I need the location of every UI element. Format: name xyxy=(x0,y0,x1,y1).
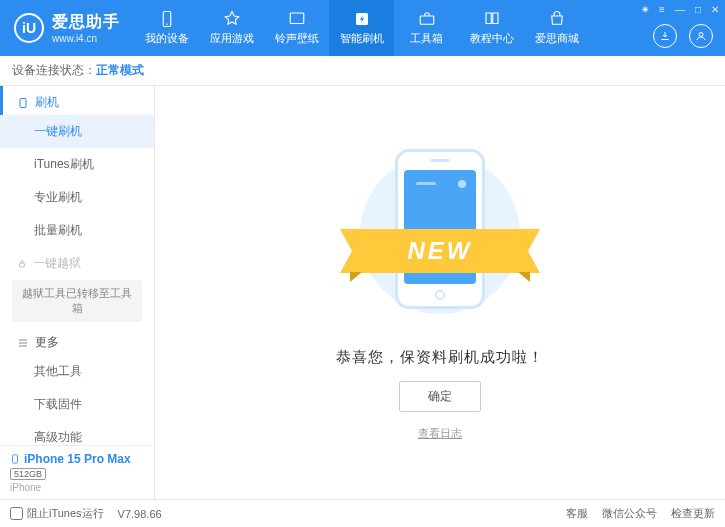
status-mode: 正常模式 xyxy=(96,62,144,79)
nav-store[interactable]: 爱思商城 xyxy=(524,0,589,56)
toolbox-icon xyxy=(418,10,436,28)
success-message: 恭喜您，保资料刷机成功啦！ xyxy=(336,348,544,367)
main-nav: 我的设备 应用游戏 铃声壁纸 智能刷机 工具箱 教程中心 爱思商城 xyxy=(134,0,589,56)
nav-ringtone[interactable]: 铃声壁纸 xyxy=(264,0,329,56)
skin-icon[interactable]: ✷ xyxy=(641,4,649,15)
sidebar-group-label: 一键越狱 xyxy=(33,255,81,272)
svg-rect-8 xyxy=(13,455,18,463)
app-icon xyxy=(223,10,241,28)
store-icon xyxy=(548,10,566,28)
download-icon[interactable] xyxy=(653,24,677,48)
book-icon xyxy=(483,10,501,28)
sidebar: 刷机 一键刷机 iTunes刷机 专业刷机 批量刷机 一键越狱 越狱工具已转移至… xyxy=(0,86,155,499)
sidebar-group-jailbreak[interactable]: 一键越狱 xyxy=(0,247,154,276)
new-ribbon: NEW xyxy=(340,229,540,273)
svg-rect-6 xyxy=(20,98,26,107)
status-bar: 设备连接状态： 正常模式 xyxy=(0,56,725,86)
nav-apps[interactable]: 应用游戏 xyxy=(199,0,264,56)
svg-point-1 xyxy=(166,24,168,26)
svg-point-5 xyxy=(699,33,703,37)
footer-update[interactable]: 检查更新 xyxy=(671,506,715,521)
close-icon[interactable]: ✕ xyxy=(711,4,719,15)
logo-area: iU 爱思助手 www.i4.cn xyxy=(0,12,134,44)
status-label: 设备连接状态： xyxy=(12,62,96,79)
nav-label: 我的设备 xyxy=(145,31,189,46)
maximize-icon[interactable]: □ xyxy=(695,4,701,15)
svg-rect-2 xyxy=(290,13,304,24)
nav-my-device[interactable]: 我的设备 xyxy=(134,0,199,56)
app-header: iU 爱思助手 www.i4.cn 我的设备 应用游戏 铃声壁纸 智能刷机 工具… xyxy=(0,0,725,56)
nav-label: 爱思商城 xyxy=(535,31,579,46)
device-type: iPhone xyxy=(10,482,144,493)
version-text: V7.98.66 xyxy=(118,508,162,520)
image-icon xyxy=(288,10,306,28)
list-icon xyxy=(17,337,29,349)
device-storage: 512GB xyxy=(10,468,46,480)
header-right-icons xyxy=(653,24,713,48)
view-log-link[interactable]: 查看日志 xyxy=(418,426,462,441)
sidebar-group-label: 刷机 xyxy=(35,94,59,111)
phone-icon xyxy=(158,10,176,28)
logo-icon: iU xyxy=(14,13,44,43)
footer-service[interactable]: 客服 xyxy=(566,506,588,521)
nav-label: 工具箱 xyxy=(410,31,443,46)
footer: 阻止iTunes运行 V7.98.66 客服 微信公众号 检查更新 xyxy=(0,499,725,527)
footer-label: 阻止iTunes运行 xyxy=(27,506,104,521)
window-controls: ✷ ≡ — □ ✕ xyxy=(641,4,719,15)
sidebar-item-firmware[interactable]: 下载固件 xyxy=(0,388,154,421)
success-illustration: NEW xyxy=(340,144,540,334)
sidebar-item-pro[interactable]: 专业刷机 xyxy=(0,181,154,214)
nav-label: 智能刷机 xyxy=(340,31,384,46)
user-icon[interactable] xyxy=(689,24,713,48)
svg-rect-7 xyxy=(20,263,25,267)
sidebar-item-other[interactable]: 其他工具 xyxy=(0,355,154,388)
minimize-icon[interactable]: — xyxy=(675,4,685,15)
sidebar-item-advanced[interactable]: 高级功能 xyxy=(0,421,154,445)
sidebar-item-oneclick[interactable]: 一键刷机 xyxy=(0,115,154,148)
app-url: www.i4.cn xyxy=(52,33,120,44)
sidebar-group-flash[interactable]: 刷机 xyxy=(0,86,154,115)
nav-flash[interactable]: 智能刷机 xyxy=(329,0,394,56)
block-itunes-checkbox[interactable]: 阻止iTunes运行 xyxy=(10,506,104,521)
device-info: iPhone 15 Pro Max 512GB iPhone xyxy=(0,445,154,499)
nav-label: 铃声壁纸 xyxy=(275,31,319,46)
nav-label: 应用游戏 xyxy=(210,31,254,46)
nav-label: 教程中心 xyxy=(470,31,514,46)
svg-rect-4 xyxy=(420,16,434,24)
flash-icon xyxy=(353,10,371,28)
sidebar-group-label: 更多 xyxy=(35,334,59,351)
device-name[interactable]: iPhone 15 Pro Max xyxy=(10,452,144,466)
flash-small-icon xyxy=(17,97,29,109)
app-title: 爱思助手 xyxy=(52,12,120,33)
sidebar-item-itunes[interactable]: iTunes刷机 xyxy=(0,148,154,181)
menu-icon[interactable]: ≡ xyxy=(659,4,665,15)
sidebar-jailbreak-note[interactable]: 越狱工具已转移至工具箱 xyxy=(12,280,142,322)
main-content: NEW 恭喜您，保资料刷机成功啦！ 确定 查看日志 xyxy=(155,86,725,499)
ok-button[interactable]: 确定 xyxy=(399,381,481,412)
nav-toolbox[interactable]: 工具箱 xyxy=(394,0,459,56)
sidebar-item-batch[interactable]: 批量刷机 xyxy=(0,214,154,247)
footer-wechat[interactable]: 微信公众号 xyxy=(602,506,657,521)
lock-icon xyxy=(17,259,27,269)
sidebar-group-more[interactable]: 更多 xyxy=(0,326,154,355)
nav-tutorial[interactable]: 教程中心 xyxy=(459,0,524,56)
device-phone-icon xyxy=(10,453,20,465)
